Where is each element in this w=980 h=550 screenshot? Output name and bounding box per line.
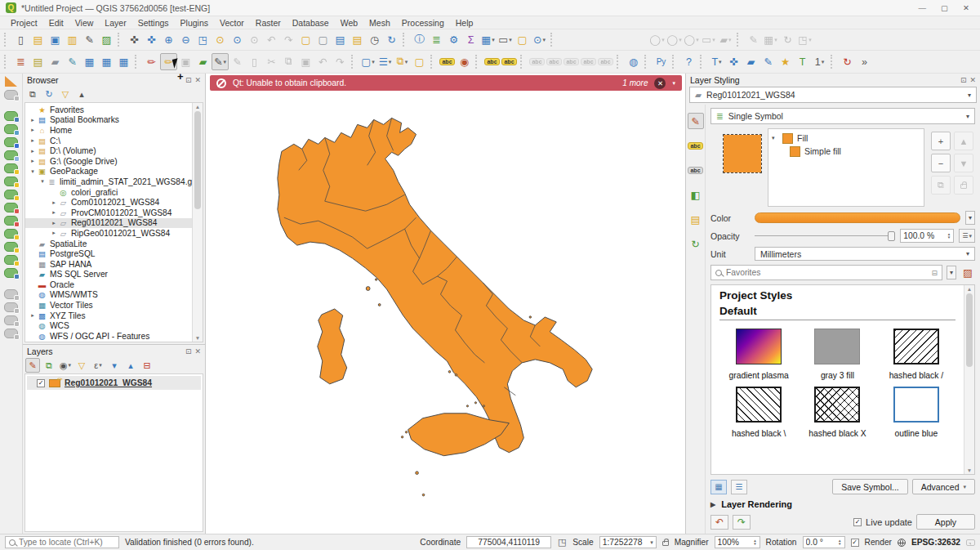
save-symbol-button[interactable]: Save Symbol... (832, 479, 908, 494)
data-source-manager-button[interactable]: ≣ (12, 53, 29, 70)
browser-item-postgresql[interactable]: ▤PostgreSQL (25, 248, 192, 259)
opacity-input[interactable] (903, 231, 947, 240)
message-log-icon[interactable] (966, 539, 975, 546)
select-by-value-button[interactable]: ☰ (376, 53, 394, 70)
style-manager-shortcut-button[interactable]: ▨ (960, 266, 975, 280)
temporal-controller-button[interactable]: ◷ (366, 31, 383, 48)
rotation-spin[interactable]: ▲▼ (803, 536, 845, 548)
layer-visibility-checkbox[interactable]: ✓ (37, 379, 45, 387)
browser-item-provcm-layer[interactable]: ▸▱ProvCM01012021_WGS84 (25, 208, 192, 218)
browser-item-gpkg-file[interactable]: ▾≣limiti_admin_STAT_2021_WGS84.gpkg (25, 177, 192, 187)
unit-combo[interactable]: Millimeters▾ (755, 247, 975, 261)
browser-item-colori-grafici[interactable]: ◎colori_grafici (25, 187, 192, 198)
browser-item-home[interactable]: ▸⌂Home (25, 125, 192, 136)
tab-symbology[interactable]: ✎ (688, 113, 704, 129)
digitize-ellipse-button[interactable]: ◯ (683, 31, 700, 48)
browser-item-oracle[interactable]: ▬Oracle (25, 279, 192, 290)
menu-processing[interactable]: Processing (396, 18, 450, 28)
move-feature-button[interactable]: ✎ (745, 31, 762, 48)
browser-add-layer-button[interactable]: ⧉ (25, 87, 40, 101)
opacity-spinbox[interactable]: ▲▼ (900, 229, 954, 243)
browser-scrollbar[interactable]: ▲▼ (192, 103, 203, 342)
menu-web[interactable]: Web (335, 18, 363, 28)
browser-item-vector-tiles[interactable]: ▦Vector Tiles (25, 300, 192, 311)
browser-close-button[interactable]: ✕ (194, 76, 201, 84)
tab-diagrams[interactable]: ▤ (688, 211, 704, 227)
zoom-last-button[interactable]: ↶ (263, 31, 280, 48)
styling-close-button[interactable]: ✕ (969, 76, 976, 84)
style-filter-box[interactable]: ⊟ (710, 265, 942, 280)
browser-item-reg-layer[interactable]: ▸▱Reg01012021_WGS84 (25, 218, 192, 229)
annotation-toolbar-button[interactable]: T (708, 53, 725, 70)
layer-diagram-button[interactable]: ◉ (456, 53, 473, 70)
browser-item-geopackage[interactable]: ▾▣GeoPackage (25, 167, 192, 177)
attribute-table-button[interactable]: ▦ (479, 31, 497, 48)
select-features-button[interactable]: ▢ (359, 53, 376, 70)
live-update-checkbox[interactable]: ✓ (853, 518, 862, 526)
manage-map-themes-button[interactable]: ◉ (58, 358, 73, 373)
project-save-button[interactable]: ▣ (47, 31, 64, 48)
menu-view[interactable]: View (69, 18, 100, 28)
label-properties-button[interactable]: abc (597, 53, 614, 70)
color-swatch-button[interactable] (755, 212, 960, 223)
menu-help[interactable]: Help (450, 18, 479, 28)
project-new-button[interactable]: ▯ (12, 31, 29, 48)
digitize-rectangle-button[interactable]: ▭ (700, 31, 717, 48)
rotate-label-button[interactable]: abc (563, 53, 580, 70)
shape-digitizing-button[interactable] (4, 329, 18, 338)
remove-layer-button[interactable]: ⊟ (140, 358, 154, 373)
add-wms-layer-button[interactable] (4, 229, 18, 239)
scale-combo[interactable]: ▾ (599, 536, 657, 548)
collapse-all-button[interactable]: ▴ (123, 358, 138, 373)
topology-tool-button[interactable] (4, 90, 18, 100)
rotation-input[interactable] (806, 538, 838, 547)
browser-item-spatial-bookmarks[interactable]: ▸▤Spatial Bookmarks (25, 115, 192, 126)
form-annotation-button[interactable]: 1 (811, 53, 828, 70)
add-vector-layer-button[interactable] (4, 111, 18, 121)
statistical-summary-button[interactable]: ≣ (428, 31, 445, 48)
layer-labeling-button[interactable]: abc (439, 53, 456, 70)
pin-labels-button[interactable]: abc (483, 53, 501, 70)
menu-edit[interactable]: Edit (43, 18, 69, 28)
refresh-map-button[interactable]: ↻ (383, 31, 400, 48)
filter-by-expression-button[interactable]: ε (91, 358, 105, 373)
browser-item-spatialite[interactable]: ▰SpatiaLite (25, 239, 192, 249)
browser-collapse-all-button[interactable]: ▴ (74, 87, 89, 101)
new-temporary-scratch-layer-button[interactable]: ▦ (81, 53, 98, 70)
opacity-slider[interactable] (755, 230, 895, 242)
clear-filter-icon[interactable]: ⊟ (931, 269, 938, 277)
menu-layer[interactable]: Layer (99, 18, 131, 28)
layer-row-reg01012021[interactable]: ✓ ✏ Reg01012021_WGS84 (27, 376, 201, 390)
move-label-button[interactable]: abc (546, 53, 563, 70)
browser-item-d-drive[interactable]: ▸▤D:\ (Volume) (25, 145, 192, 156)
add-group-button[interactable]: ⧉ (42, 358, 56, 373)
zoom-native-button[interactable]: ⊙ (246, 31, 263, 48)
show-bookmarks-button[interactable]: ▤ (349, 31, 366, 48)
open-layer-styling-button[interactable]: ✎ (25, 358, 40, 373)
zoom-full-button[interactable]: ◳ (194, 31, 212, 48)
new-shapefile-layer-button[interactable]: ▰ (47, 53, 64, 70)
toolbar-overflow-button[interactable]: » (856, 53, 873, 70)
line-annotation-button[interactable]: ✎ (760, 53, 777, 70)
browser-filter-button[interactable]: ▽ (58, 87, 73, 101)
browser-item-com-layer[interactable]: ▸▱Com01012021_WGS84 (25, 197, 192, 208)
new-spatialite-layer-button[interactable]: ✎ (64, 53, 81, 70)
pan-map-button[interactable]: ✜ (126, 31, 143, 48)
style-outline-blue[interactable]: outline blue (877, 387, 956, 438)
move-down-button[interactable]: ▼ (954, 154, 973, 172)
browser-item-mssql[interactable]: ▰MS SQL Server (25, 270, 192, 280)
symbol-node-simple-fill[interactable]: Simple fill (772, 145, 920, 158)
add-point-cloud-layer-button[interactable] (4, 289, 18, 299)
locator-box[interactable] (5, 536, 119, 548)
modify-attributes-button[interactable]: ✎ (229, 53, 246, 70)
data-defined-override-button[interactable]: ☰ (959, 229, 975, 243)
add-delimited-text-layer-button[interactable] (4, 150, 18, 160)
highlight-labels-button[interactable]: abc (501, 53, 518, 70)
add-mssql-layer-button[interactable] (4, 190, 18, 199)
crs-status[interactable]: EPSG:32632 (911, 538, 960, 547)
zoom-out-button[interactable]: ⊖ (177, 31, 194, 48)
browser-item-google-drive[interactable]: ▸▤G:\ (Google Drive) (25, 156, 192, 167)
rotate-feature-button[interactable]: ↻ (779, 31, 796, 48)
undo-button[interactable]: ↶ (314, 53, 332, 70)
map-tips-button[interactable]: ▢ (514, 31, 531, 48)
